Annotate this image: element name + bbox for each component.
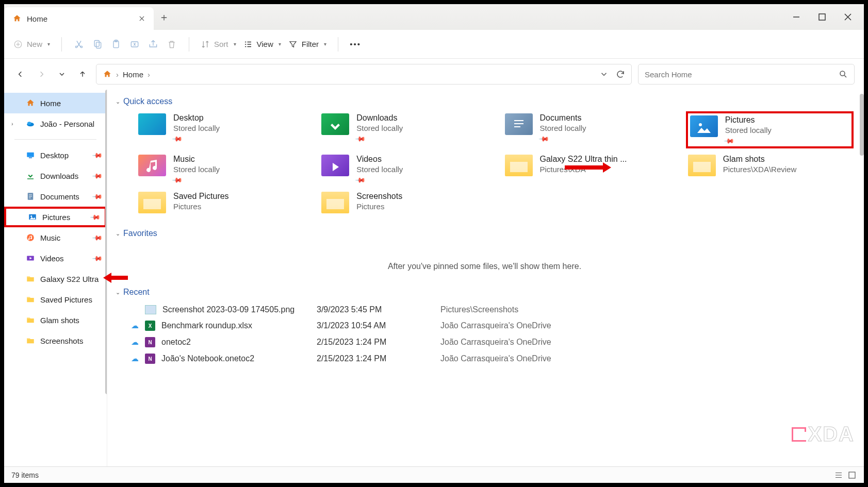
delete-button[interactable]: [166, 39, 177, 50]
pin-icon: 📌: [92, 170, 103, 181]
search-icon: [839, 70, 848, 79]
paste-button[interactable]: [110, 39, 122, 50]
cloud-icon: ☁: [131, 354, 139, 363]
sidebar-item-documents[interactable]: Documents📌: [4, 186, 107, 207]
sidebar-item-galaxy-s22-ultra[interactable]: Galaxy S22 Ultra: [4, 268, 107, 289]
svg-point-9: [27, 122, 31, 125]
main-content: ⌄Quick access Desktop Stored locally 📌 D…: [107, 90, 864, 466]
home-icon: [103, 70, 112, 79]
cut-button[interactable]: [73, 39, 85, 50]
recent-item[interactable]: Screenshot 2023-03-09 174505.png 3/9/202…: [116, 302, 854, 317]
details-view-icon[interactable]: [834, 471, 843, 480]
sidebar-item-jo-o-personal[interactable]: ›João - Personal: [4, 113, 107, 134]
svg-rect-2: [94, 40, 99, 46]
recent-item[interactable]: ☁XBenchmark roundup.xlsx 3/1/2023 10:54 …: [116, 317, 854, 334]
breadcrumb-home[interactable]: Home: [123, 70, 143, 79]
new-button[interactable]: New▾: [13, 40, 50, 49]
pin-icon: 📌: [92, 191, 103, 202]
pin-icon: 📌: [90, 211, 101, 223]
new-tab-button[interactable]: ＋: [154, 4, 174, 30]
sidebar: Home›João - PersonalDesktop📌Downloads📌Do…: [4, 90, 107, 466]
search-input[interactable]: [645, 70, 833, 79]
cloud-icon: ☁: [131, 338, 139, 347]
rename-button[interactable]: [129, 39, 140, 50]
svg-rect-23: [849, 472, 855, 478]
section-recent[interactable]: ⌄Recent: [116, 288, 854, 297]
svg-point-16: [27, 234, 34, 241]
svg-rect-19: [510, 162, 528, 172]
pin-icon: 📌: [355, 133, 366, 144]
annotation-arrow-right: [565, 158, 611, 178]
copy-button[interactable]: [92, 39, 103, 50]
sidebar-item-glam-shots[interactable]: Glam shots: [4, 310, 107, 330]
titlebar: Home ＋: [4, 4, 864, 30]
filter-button[interactable]: Filter▾: [288, 40, 326, 49]
watermark: XDA: [792, 423, 855, 446]
view-button[interactable]: View▾: [243, 40, 281, 49]
quick-access-pictures[interactable]: Pictures Stored locally 📌: [686, 111, 854, 148]
quick-access-saved-pictures[interactable]: Saved Pictures Pictures: [136, 190, 304, 215]
more-button[interactable]: •••: [350, 40, 361, 48]
svg-rect-20: [693, 162, 711, 172]
filter-icon: [288, 40, 298, 49]
tab-title: Home: [27, 14, 47, 23]
svg-rect-0: [819, 14, 825, 20]
address-bar[interactable]: › Home ›: [96, 64, 632, 85]
pin-icon: 📌: [172, 133, 183, 144]
recent-item[interactable]: ☁Nonetoc2 2/15/2023 1:24 PM João Carrasq…: [116, 334, 854, 350]
recent-dropdown[interactable]: [55, 67, 69, 81]
sidebar-item-home[interactable]: Home: [4, 93, 107, 113]
home-icon: [12, 14, 22, 23]
share-button[interactable]: [148, 39, 159, 50]
pin-icon: 📌: [172, 174, 183, 185]
quick-access-downloads[interactable]: Downloads Stored locally 📌: [319, 111, 487, 148]
quick-access-music[interactable]: Music Stored locally 📌: [136, 153, 304, 186]
section-favorites[interactable]: ⌄Favorites: [116, 229, 854, 238]
main-scrollbar[interactable]: [860, 94, 864, 156]
quick-access-glam-shots[interactable]: Glam shots Pictures\XDA\Review: [686, 153, 854, 186]
status-bar: 79 items: [4, 466, 864, 483]
pin-icon: 📌: [538, 133, 549, 144]
recent-item[interactable]: ☁NJoão's Notebook.onetoc2 2/15/2023 1:24…: [116, 350, 854, 367]
forward-button[interactable]: [34, 67, 48, 81]
sidebar-item-desktop[interactable]: Desktop📌: [4, 145, 107, 165]
sidebar-item-music[interactable]: Music📌: [4, 227, 107, 248]
sort-button[interactable]: Sort▾: [201, 40, 236, 49]
close-tab-icon[interactable]: [138, 15, 145, 22]
minimize-icon[interactable]: [793, 13, 800, 21]
maximize-icon[interactable]: [818, 13, 826, 21]
pin-icon: 📌: [355, 174, 366, 185]
thumbnails-view-icon[interactable]: [847, 471, 857, 480]
annotation-arrow-left: [103, 268, 128, 288]
chevron-down-icon[interactable]: [599, 70, 609, 79]
sidebar-item-saved-pictures[interactable]: Saved Pictures: [4, 289, 107, 310]
quick-access-desktop[interactable]: Desktop Stored locally 📌: [136, 111, 304, 148]
svg-point-7: [840, 71, 845, 76]
svg-rect-22: [326, 199, 344, 209]
refresh-icon[interactable]: [616, 70, 625, 79]
section-quick-access[interactable]: ⌄Quick access: [116, 97, 854, 106]
close-window-icon[interactable]: [844, 13, 851, 21]
quick-access-screenshots[interactable]: Screenshots Pictures: [319, 190, 487, 215]
svg-rect-11: [29, 158, 32, 159]
sidebar-item-videos[interactable]: Videos📌: [4, 248, 107, 268]
favorites-empty: After you've pinned some files, we'll sh…: [116, 243, 854, 284]
quick-access-documents[interactable]: Documents Stored locally 📌: [503, 111, 670, 148]
search-box[interactable]: [638, 64, 855, 85]
svg-rect-10: [27, 153, 34, 157]
toolbar: New▾ Sort▾ View▾ Filter▾ •••: [4, 30, 864, 59]
svg-point-15: [30, 215, 32, 217]
quick-access-videos[interactable]: Videos Stored locally 📌: [319, 153, 487, 186]
sidebar-item-screenshots[interactable]: Screenshots: [4, 330, 107, 351]
tab-home[interactable]: Home: [4, 7, 154, 30]
svg-rect-12: [27, 178, 34, 179]
sidebar-item-downloads[interactable]: Downloads📌: [4, 165, 107, 186]
back-button[interactable]: [13, 67, 28, 81]
pin-icon: 📌: [723, 135, 734, 146]
up-button[interactable]: [75, 67, 90, 81]
sidebar-item-pictures[interactable]: Pictures📌: [4, 207, 107, 227]
pin-icon: 📌: [92, 253, 103, 264]
item-count: 79 items: [11, 471, 39, 479]
address-row: › Home ›: [4, 59, 864, 90]
cloud-icon: ☁: [131, 321, 139, 330]
